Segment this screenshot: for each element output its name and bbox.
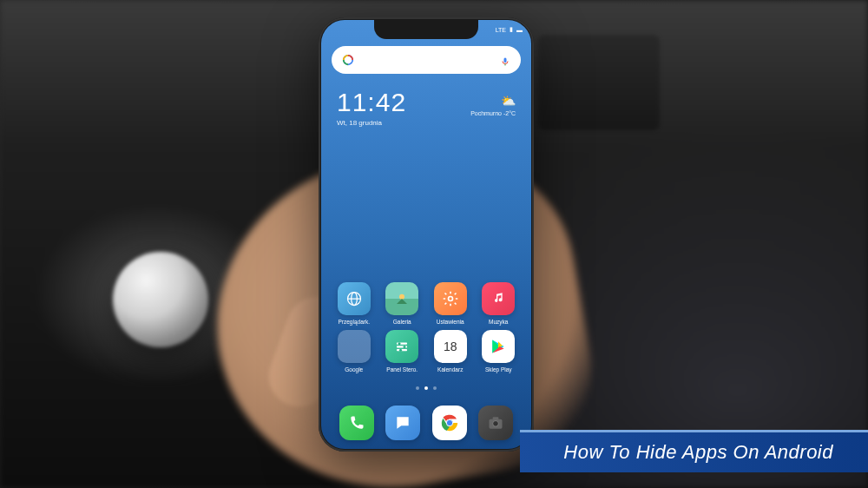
weather-temp: -2°C	[503, 110, 516, 116]
weather-widget[interactable]: ⛅ Pochmurno -2°C	[470, 94, 516, 116]
dock-camera-icon[interactable]	[478, 406, 513, 440]
svg-point-13	[399, 349, 402, 352]
display-notch	[374, 20, 478, 39]
gear-shift-knob	[113, 252, 208, 347]
scene-container: LTE ▮ ▬ 11:42 Wt, 18 grudnia ⛅	[0, 0, 868, 488]
app-gallery[interactable]: Galeria	[380, 282, 425, 325]
app-label: Galeria	[393, 319, 411, 325]
weather-icon: ⛅	[501, 94, 516, 108]
clock-time: 11:42	[337, 88, 406, 117]
play-store-icon	[482, 330, 515, 363]
weather-location: Pochmurno	[470, 110, 502, 116]
dashboard-vent	[538, 35, 660, 130]
phone-frame: LTE ▮ ▬ 11:42 Wt, 18 grudnia ⛅	[319, 17, 534, 452]
caption-banner: How To Hide Apps On Android	[520, 430, 868, 472]
svg-point-11	[398, 342, 401, 345]
network-label: LTE	[496, 27, 506, 33]
app-settings[interactable]: Ustawienia	[428, 282, 473, 325]
google-logo-icon	[342, 54, 354, 66]
google-folder-icon	[338, 330, 371, 363]
app-grid: Przeglądark. Galeria Ustawienia	[332, 282, 521, 373]
app-label: Ustawienia	[437, 319, 464, 325]
clock-widget[interactable]: 11:42 Wt, 18 grudnia	[337, 88, 406, 127]
settings-icon	[434, 282, 467, 315]
battery-icon: ▬	[516, 27, 523, 33]
gallery-icon	[385, 282, 418, 315]
music-icon	[482, 282, 515, 315]
signal-icon: ▮	[510, 26, 513, 33]
calendar-day: 18	[444, 340, 457, 353]
svg-point-6	[399, 294, 404, 300]
app-browser[interactable]: Przeglądark.	[332, 282, 377, 325]
svg-point-7	[448, 297, 452, 301]
google-search-bar[interactable]	[332, 46, 521, 74]
svg-point-16	[446, 419, 452, 425]
app-calendar[interactable]: 18 Kalendarz	[428, 330, 473, 373]
app-label: Google	[345, 366, 363, 373]
app-label: Sklep Play	[485, 366, 512, 373]
panel-icon	[385, 330, 418, 363]
svg-rect-19	[493, 417, 499, 419]
app-label: Przeglądark.	[339, 319, 371, 325]
svg-rect-1	[504, 58, 507, 63]
page-dot	[433, 386, 437, 390]
page-dot-active	[424, 386, 428, 390]
app-panel[interactable]: Panel Stero.	[380, 330, 425, 373]
app-label: Kalendarz	[437, 366, 463, 373]
browser-icon	[338, 282, 371, 315]
app-google-folder[interactable]: Google	[332, 330, 377, 373]
svg-point-12	[404, 346, 406, 348]
page-dot	[416, 386, 419, 390]
dock-phone-icon[interactable]	[339, 406, 374, 440]
dock-messages-icon[interactable]	[385, 406, 420, 440]
calendar-icon: 18	[434, 330, 467, 363]
dock	[333, 406, 519, 440]
status-right: LTE ▮ ▬	[496, 26, 523, 33]
dock-chrome-icon[interactable]	[432, 406, 467, 440]
voice-search-icon[interactable]	[500, 55, 510, 65]
phone-screen[interactable]: LTE ▮ ▬ 11:42 Wt, 18 grudnia ⛅	[321, 20, 531, 449]
clock-date: Wt, 18 grudnia	[337, 119, 406, 127]
app-play-store[interactable]: Sklep Play	[477, 330, 522, 373]
caption-text: How To Hide Apps On Android	[563, 441, 833, 463]
svg-point-18	[493, 421, 499, 427]
app-label: Panel Stero.	[386, 366, 418, 373]
page-indicator	[416, 386, 437, 390]
app-music[interactable]: Muzyka	[477, 282, 522, 325]
app-label: Muzyka	[489, 319, 508, 325]
